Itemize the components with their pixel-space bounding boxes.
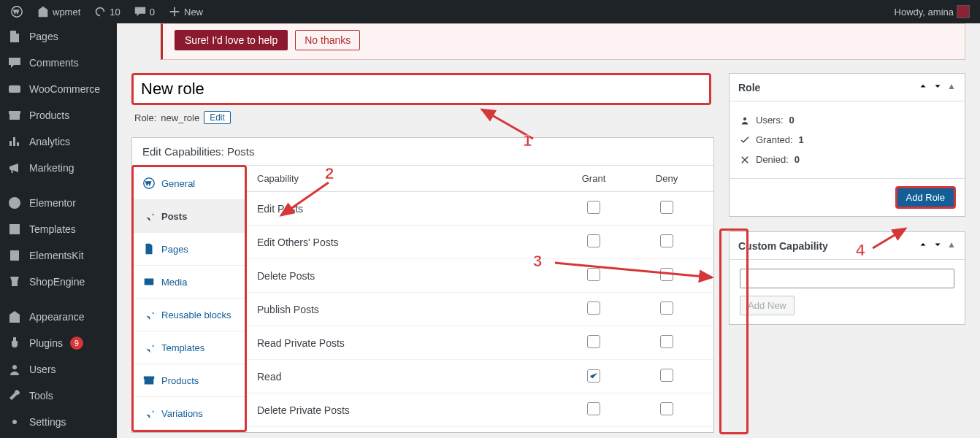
deny-checkbox[interactable]: [660, 369, 673, 382]
tools-icon: [7, 388, 22, 403]
sidebar-item-products[interactable]: Products: [0, 102, 117, 128]
custom-capability-input[interactable]: [740, 269, 954, 288]
banner-decline-button[interactable]: No thanks: [295, 30, 360, 50]
grant-checkbox[interactable]: [587, 301, 600, 315]
elementor-icon: [7, 196, 22, 210]
sidebar-item-pages[interactable]: Pages: [0, 23, 117, 50]
toggle-icon[interactable]: ▲: [947, 81, 956, 93]
sidebar-item-users[interactable]: Users: [0, 356, 117, 383]
tab-pages[interactable]: Pages: [134, 233, 245, 266]
wp-icon: [142, 177, 156, 190]
sidebar-item-shopengine[interactable]: ShopEngine: [0, 269, 117, 295]
capability-row: Delete Posts: [247, 259, 713, 293]
move-down-icon[interactable]: [933, 81, 943, 93]
role-title-input[interactable]: [131, 73, 711, 105]
tab-posts[interactable]: Posts: [134, 200, 245, 233]
capability-row: Edit Others' Posts: [247, 226, 713, 259]
toggle-icon[interactable]: ▲: [947, 239, 956, 252]
deny-checkbox[interactable]: [660, 301, 673, 315]
admin-bar: wpmet 10 0 New Howdy, amina: [0, 0, 980, 23]
updates[interactable]: 10: [89, 5, 124, 18]
pin-icon: [142, 210, 156, 223]
role-slug: new_role: [161, 112, 199, 123]
move-up-icon[interactable]: [918, 239, 928, 252]
media-icon: [142, 275, 156, 288]
ekit-icon: [7, 248, 22, 263]
capability-tabs: GeneralPostsPagesMediaReusable blocksTem…: [131, 165, 247, 432]
site-name[interactable]: wpmet: [32, 5, 85, 18]
grant-checkbox[interactable]: [587, 268, 600, 281]
comments-count[interactable]: 0: [129, 5, 159, 18]
move-up-icon[interactable]: [918, 81, 928, 93]
sidebar-item-comments[interactable]: Comments: [0, 50, 117, 76]
deny-checkbox[interactable]: [660, 335, 673, 348]
capability-row: Delete Private Posts: [247, 393, 713, 427]
tab-reusable-blocks[interactable]: Reusable blocks: [134, 299, 245, 331]
move-down-icon[interactable]: [933, 239, 943, 252]
admin-sidebar: PagesCommentsWooCommerceProductsAnalytic…: [0, 23, 117, 438]
user-icon: [7, 362, 22, 377]
sidebar-item-settings[interactable]: Settings: [0, 409, 117, 435]
pin-icon: [142, 407, 156, 420]
capability-row: Publish Posts: [247, 293, 713, 326]
deny-checkbox[interactable]: [660, 268, 673, 281]
sidebar-item-appearance[interactable]: Appearance: [0, 304, 117, 330]
woo-icon: [7, 82, 22, 96]
capability-row: Edit Posts: [247, 192, 713, 226]
role-box-title: Role: [738, 82, 760, 93]
templates-icon: [7, 222, 22, 237]
sidebar-item-elementor[interactable]: Elementor: [0, 190, 117, 216]
add-role-button[interactable]: Add Role: [895, 186, 956, 209]
sidebar-item-marketing[interactable]: Marketing: [0, 155, 117, 181]
chart-icon: [7, 134, 22, 149]
howdy-user[interactable]: Howdy, amina: [890, 5, 974, 18]
tab-variations[interactable]: Variations: [134, 397, 245, 430]
capability-row: Read: [247, 360, 713, 393]
appearance-icon: [7, 310, 22, 324]
archive-icon: [7, 108, 22, 123]
megaphone-icon: [7, 161, 22, 175]
tab-general[interactable]: General: [134, 167, 245, 200]
custom-box-title: Custom Capability: [738, 240, 828, 252]
archive2-icon: [142, 374, 156, 387]
tab-templates[interactable]: Templates: [134, 331, 245, 364]
main-content: Sure! I'd love to help No thanks Role: n…: [117, 23, 980, 438]
sidebar-item-analytics[interactable]: Analytics: [0, 128, 117, 155]
custom-capability-box: Custom Capability ▲ Add New: [729, 231, 965, 325]
role-slug-row: Role: new_role Edit: [131, 105, 714, 130]
role-meta-box: Role ▲ Users: 0 Granted: 1 Denied: 0 Add…: [729, 73, 965, 217]
edit-slug-button[interactable]: Edit: [204, 111, 231, 124]
sidebar-item-plugins[interactable]: Plugins9: [0, 330, 117, 356]
capabilities-panel: Edit Capabilities: Posts GeneralPostsPag…: [131, 137, 714, 433]
page2-icon: [142, 242, 156, 256]
avatar: [957, 5, 970, 18]
sidebar-item-elementskit[interactable]: ElementsKit: [0, 242, 117, 269]
grant-checkbox[interactable]: [587, 234, 600, 247]
pin-icon: [142, 308, 156, 321]
wp-logo[interactable]: [6, 5, 28, 18]
grant-checkbox[interactable]: [587, 335, 600, 348]
add-new-capability-button[interactable]: Add New: [740, 296, 795, 315]
users-stat: Users: 0: [740, 110, 954, 130]
feedback-banner: Sure! I'd love to help No thanks: [161, 23, 965, 60]
plugin-icon: [7, 336, 22, 350]
granted-stat: Granted: 1: [740, 130, 954, 150]
settings-icon: [7, 415, 22, 429]
sidebar-item-woocommerce[interactable]: WooCommerce: [0, 76, 117, 102]
tab-media[interactable]: Media: [134, 266, 245, 299]
grant-checkbox[interactable]: [587, 201, 600, 214]
shopengine-icon: [7, 274, 22, 289]
tab-products[interactable]: Products: [134, 364, 245, 397]
deny-checkbox[interactable]: [660, 234, 673, 247]
deny-checkbox[interactable]: [660, 402, 673, 415]
sidebar-item-templates[interactable]: Templates: [0, 216, 117, 242]
pin-icon: [142, 341, 156, 354]
sidebar-item-tools[interactable]: Tools: [0, 383, 117, 409]
new-content[interactable]: New: [164, 5, 207, 18]
capability-row: Read Private Posts: [247, 326, 713, 360]
banner-accept-button[interactable]: Sure! I'd love to help: [175, 30, 288, 50]
grant-checkbox[interactable]: [587, 369, 600, 383]
deny-checkbox[interactable]: [660, 201, 673, 214]
page-icon: [7, 29, 22, 44]
grant-checkbox[interactable]: [587, 402, 600, 415]
